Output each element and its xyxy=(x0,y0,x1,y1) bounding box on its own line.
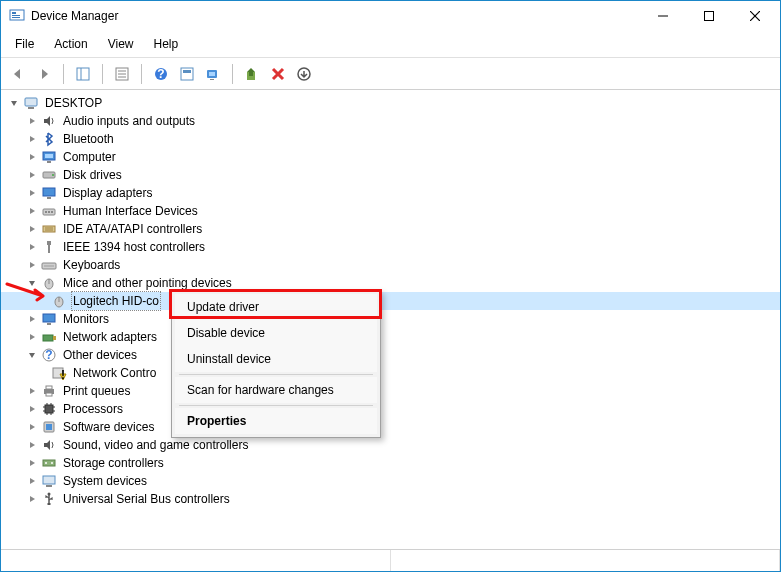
expand-icon[interactable] xyxy=(25,456,39,470)
expand-icon[interactable] xyxy=(25,438,39,452)
maximize-button[interactable] xyxy=(686,1,732,31)
node-label: Universal Serial Bus controllers xyxy=(61,490,232,508)
svg-rect-3 xyxy=(12,17,20,18)
node-label: Storage controllers xyxy=(61,454,166,472)
tree-node-system[interactable]: System devices xyxy=(1,472,780,490)
expand-icon[interactable] xyxy=(25,222,39,236)
menu-action[interactable]: Action xyxy=(44,33,97,55)
expand-icon[interactable] xyxy=(25,330,39,344)
uninstall-device-button[interactable] xyxy=(293,63,315,85)
disable-device-button[interactable] xyxy=(267,63,289,85)
collapse-icon[interactable] xyxy=(7,96,21,110)
svg-rect-54 xyxy=(53,336,56,340)
svg-rect-36 xyxy=(43,226,55,232)
svg-rect-34 xyxy=(48,211,50,213)
tree-node-ieee1394[interactable]: IEEE 1394 host controllers xyxy=(1,238,780,256)
tree-node-monitors[interactable]: Monitors xyxy=(1,310,780,328)
expand-icon[interactable] xyxy=(25,258,39,272)
window-title: Device Manager xyxy=(31,9,640,23)
tree-node-audio[interactable]: Audio inputs and outputs xyxy=(1,112,780,130)
tree-node-network-controller[interactable]: ! Network Contro xyxy=(1,364,780,382)
node-label: Computer xyxy=(61,148,118,166)
tree-node-bluetooth[interactable]: Bluetooth xyxy=(1,130,780,148)
close-button[interactable] xyxy=(732,1,778,31)
back-button[interactable] xyxy=(7,63,29,85)
display-adapter-icon xyxy=(41,185,57,201)
svg-rect-19 xyxy=(209,72,215,76)
expand-icon[interactable] xyxy=(25,204,39,218)
collapse-icon[interactable] xyxy=(25,348,39,362)
svg-rect-5 xyxy=(705,12,714,21)
menu-view[interactable]: View xyxy=(98,33,144,55)
tree-node-sound[interactable]: Sound, video and game controllers xyxy=(1,436,780,454)
svg-text:!: ! xyxy=(61,368,65,381)
scan-hardware-button[interactable] xyxy=(202,63,224,85)
node-label: Disk drives xyxy=(61,166,124,184)
keyboard-icon xyxy=(41,257,57,273)
toolbar-separator xyxy=(63,64,64,84)
help-button[interactable]: ? xyxy=(150,63,172,85)
context-update-driver[interactable]: Update driver xyxy=(175,294,377,320)
svg-rect-30 xyxy=(43,188,55,196)
svg-rect-73 xyxy=(43,460,55,466)
tree-node-other[interactable]: ? Other devices xyxy=(1,346,780,364)
tree-node-usb[interactable]: Universal Serial Bus controllers xyxy=(1,490,780,508)
minimize-button[interactable] xyxy=(640,1,686,31)
node-label: Bluetooth xyxy=(61,130,116,148)
tree-root[interactable]: DESKTOP xyxy=(1,94,780,112)
tree-node-software[interactable]: Software devices xyxy=(1,418,780,436)
tree-node-network[interactable]: Network adapters xyxy=(1,328,780,346)
context-uninstall-device[interactable]: Uninstall device xyxy=(175,346,377,372)
expand-icon[interactable] xyxy=(25,420,39,434)
toolbar-button[interactable] xyxy=(176,63,198,85)
collapse-icon[interactable] xyxy=(25,276,39,290)
tree-node-print-queues[interactable]: Print queues xyxy=(1,382,780,400)
svg-rect-20 xyxy=(210,79,214,80)
properties-button[interactable] xyxy=(111,63,133,85)
context-scan-hardware[interactable]: Scan for hardware changes xyxy=(175,377,377,403)
expand-icon[interactable] xyxy=(25,384,39,398)
svg-rect-76 xyxy=(43,476,55,484)
tree-node-keyboards[interactable]: Keyboards xyxy=(1,256,780,274)
tree-node-storage[interactable]: Storage controllers xyxy=(1,454,780,472)
menu-help[interactable]: Help xyxy=(144,33,189,55)
svg-text:?: ? xyxy=(157,67,164,81)
context-properties[interactable]: Properties xyxy=(175,408,377,434)
tree-node-ide[interactable]: IDE ATA/ATAPI controllers xyxy=(1,220,780,238)
expand-icon[interactable] xyxy=(25,150,39,164)
show-hide-console-tree-button[interactable] xyxy=(72,63,94,85)
svg-rect-31 xyxy=(47,197,51,199)
tree-node-processors[interactable]: Processors xyxy=(1,400,780,418)
status-segment xyxy=(1,550,391,571)
tree-node-hid[interactable]: Human Interface Devices xyxy=(1,202,780,220)
tree-node-disk-drives[interactable]: Disk drives xyxy=(1,166,780,184)
expand-icon[interactable] xyxy=(25,114,39,128)
node-label: IDE ATA/ATAPI controllers xyxy=(61,220,204,238)
node-label: Monitors xyxy=(61,310,111,328)
svg-rect-23 xyxy=(25,98,37,106)
bluetooth-icon xyxy=(41,131,57,147)
tree-node-computer[interactable]: Computer xyxy=(1,148,780,166)
expand-icon[interactable] xyxy=(25,186,39,200)
expand-icon[interactable] xyxy=(25,474,39,488)
update-driver-button[interactable] xyxy=(241,63,263,85)
node-label: Other devices xyxy=(61,346,139,364)
context-disable-device[interactable]: Disable device xyxy=(175,320,377,346)
tree-node-logitech-hid[interactable]: Logitech HID-co xyxy=(1,292,780,310)
device-tree[interactable]: DESKTOP Audio inputs and outputs Bluetoo… xyxy=(1,94,780,508)
expand-icon[interactable] xyxy=(25,132,39,146)
tree-node-display[interactable]: Display adapters xyxy=(1,184,780,202)
toolbar-separator xyxy=(141,64,142,84)
expand-icon[interactable] xyxy=(25,312,39,326)
expand-icon[interactable] xyxy=(25,402,39,416)
system-device-icon xyxy=(41,473,57,489)
expand-icon[interactable] xyxy=(25,168,39,182)
expand-icon[interactable] xyxy=(25,240,39,254)
software-device-icon xyxy=(41,419,57,435)
forward-button[interactable] xyxy=(33,63,55,85)
menu-file[interactable]: File xyxy=(5,33,44,55)
tree-node-mice[interactable]: Mice and other pointing devices xyxy=(1,274,780,292)
svg-rect-80 xyxy=(48,503,51,505)
expand-icon[interactable] xyxy=(25,492,39,506)
toolbar-separator xyxy=(232,64,233,84)
